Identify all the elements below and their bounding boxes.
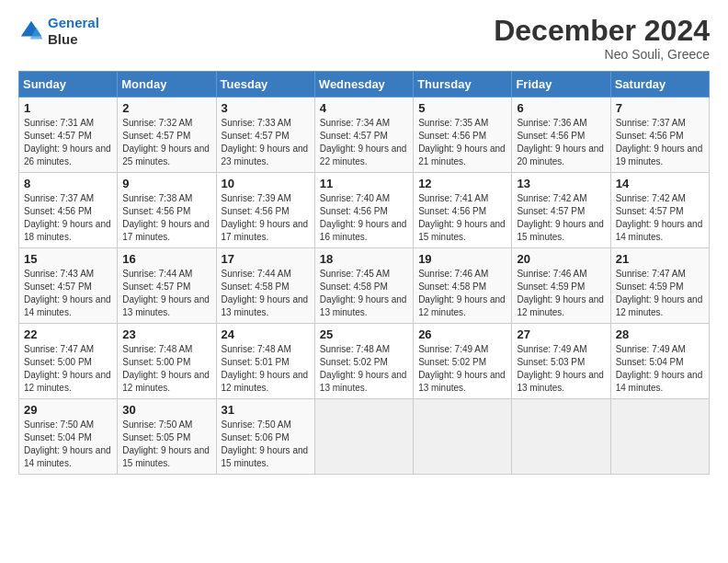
day-number: 21 bbox=[616, 252, 704, 266]
day-info: Sunrise: 7:38 AMSunset: 4:56 PMDaylight:… bbox=[122, 192, 210, 244]
day-number: 1 bbox=[24, 101, 112, 115]
day-number: 3 bbox=[222, 101, 310, 115]
day-number: 29 bbox=[24, 403, 112, 417]
day-info: Sunrise: 7:49 AMSunset: 5:04 PMDaylight:… bbox=[616, 343, 704, 395]
day-info: Sunrise: 7:46 AMSunset: 4:58 PMDaylight:… bbox=[418, 268, 506, 319]
day-info: Sunrise: 7:37 AMSunset: 4:56 PMDaylight:… bbox=[616, 117, 704, 168]
day-info: Sunrise: 7:49 AMSunset: 5:03 PMDaylight:… bbox=[517, 343, 605, 395]
day-number: 30 bbox=[122, 403, 210, 417]
day-info: Sunrise: 7:31 AMSunset: 4:57 PMDaylight:… bbox=[24, 117, 112, 168]
calendar-cell: 26Sunrise: 7:49 AMSunset: 5:02 PMDayligh… bbox=[414, 324, 512, 399]
day-info: Sunrise: 7:39 AMSunset: 4:56 PMDaylight:… bbox=[222, 192, 310, 244]
day-info: Sunrise: 7:50 AMSunset: 5:04 PMDaylight:… bbox=[24, 419, 112, 470]
col-header-sunday: Sunday bbox=[19, 72, 118, 98]
day-number: 15 bbox=[24, 252, 112, 266]
day-info: Sunrise: 7:46 AMSunset: 4:59 PMDaylight:… bbox=[517, 268, 605, 319]
day-info: Sunrise: 7:37 AMSunset: 4:56 PMDaylight:… bbox=[24, 192, 112, 244]
day-info: Sunrise: 7:50 AMSunset: 5:06 PMDaylight:… bbox=[222, 419, 310, 470]
calendar-cell bbox=[414, 399, 512, 475]
calendar-cell: 5Sunrise: 7:35 AMSunset: 4:56 PMDaylight… bbox=[414, 98, 512, 173]
calendar-cell: 27Sunrise: 7:49 AMSunset: 5:03 PMDayligh… bbox=[512, 324, 610, 399]
calendar-cell: 22Sunrise: 7:47 AMSunset: 5:00 PMDayligh… bbox=[19, 324, 118, 399]
day-info: Sunrise: 7:36 AMSunset: 4:56 PMDaylight:… bbox=[517, 117, 605, 168]
day-number: 7 bbox=[616, 101, 704, 115]
calendar-cell bbox=[314, 399, 413, 475]
day-number: 14 bbox=[616, 177, 704, 190]
day-number: 20 bbox=[517, 252, 605, 266]
day-number: 18 bbox=[320, 252, 408, 266]
day-number: 27 bbox=[517, 327, 605, 341]
col-header-wednesday: Wednesday bbox=[314, 72, 413, 98]
calendar-cell: 6Sunrise: 7:36 AMSunset: 4:56 PMDaylight… bbox=[512, 98, 610, 173]
col-header-monday: Monday bbox=[118, 72, 216, 98]
calendar-cell: 13Sunrise: 7:42 AMSunset: 4:57 PMDayligh… bbox=[512, 173, 610, 248]
calendar-cell: 30Sunrise: 7:50 AMSunset: 5:05 PMDayligh… bbox=[118, 399, 216, 475]
day-number: 17 bbox=[222, 252, 310, 266]
title-block: December 2024 Neo Souli, Greece bbox=[494, 15, 710, 62]
day-number: 25 bbox=[320, 327, 408, 341]
page-title: December 2024 bbox=[494, 15, 710, 47]
page-header: General Blue December 2024 Neo Souli, Gr… bbox=[18, 15, 710, 62]
page-subtitle: Neo Souli, Greece bbox=[494, 47, 710, 62]
day-info: Sunrise: 7:48 AMSunset: 5:00 PMDaylight:… bbox=[122, 343, 210, 395]
calendar-cell: 3Sunrise: 7:33 AMSunset: 4:57 PMDaylight… bbox=[216, 98, 314, 173]
calendar-cell: 19Sunrise: 7:46 AMSunset: 4:58 PMDayligh… bbox=[414, 248, 512, 324]
calendar-cell: 8Sunrise: 7:37 AMSunset: 4:56 PMDaylight… bbox=[19, 173, 118, 248]
day-number: 4 bbox=[320, 101, 408, 115]
calendar-cell: 2Sunrise: 7:32 AMSunset: 4:57 PMDaylight… bbox=[118, 98, 216, 173]
day-info: Sunrise: 7:47 AMSunset: 5:00 PMDaylight:… bbox=[24, 343, 112, 395]
calendar-cell: 11Sunrise: 7:40 AMSunset: 4:56 PMDayligh… bbox=[314, 173, 413, 248]
day-number: 6 bbox=[517, 101, 605, 115]
day-number: 13 bbox=[517, 177, 605, 190]
day-info: Sunrise: 7:45 AMSunset: 4:58 PMDaylight:… bbox=[320, 268, 408, 319]
day-info: Sunrise: 7:48 AMSunset: 5:01 PMDaylight:… bbox=[222, 343, 310, 395]
day-number: 8 bbox=[24, 177, 112, 190]
day-info: Sunrise: 7:33 AMSunset: 4:57 PMDaylight:… bbox=[222, 117, 310, 168]
day-info: Sunrise: 7:32 AMSunset: 4:57 PMDaylight:… bbox=[122, 117, 210, 168]
day-number: 12 bbox=[418, 177, 506, 190]
day-number: 22 bbox=[24, 327, 112, 341]
calendar-cell: 23Sunrise: 7:48 AMSunset: 5:00 PMDayligh… bbox=[118, 324, 216, 399]
logo-icon bbox=[18, 18, 44, 44]
day-info: Sunrise: 7:48 AMSunset: 5:02 PMDaylight:… bbox=[320, 343, 408, 395]
calendar-cell: 31Sunrise: 7:50 AMSunset: 5:06 PMDayligh… bbox=[216, 399, 314, 475]
calendar-cell: 15Sunrise: 7:43 AMSunset: 4:57 PMDayligh… bbox=[19, 248, 118, 324]
day-number: 19 bbox=[418, 252, 506, 266]
calendar-cell bbox=[512, 399, 610, 475]
day-number: 31 bbox=[222, 403, 310, 417]
day-info: Sunrise: 7:50 AMSunset: 5:05 PMDaylight:… bbox=[122, 419, 210, 470]
calendar-cell: 9Sunrise: 7:38 AMSunset: 4:56 PMDaylight… bbox=[118, 173, 216, 248]
calendar-table: SundayMondayTuesdayWednesdayThursdayFrid… bbox=[18, 71, 710, 475]
day-number: 16 bbox=[122, 252, 210, 266]
day-number: 24 bbox=[222, 327, 310, 341]
day-info: Sunrise: 7:44 AMSunset: 4:58 PMDaylight:… bbox=[222, 268, 310, 319]
calendar-cell: 10Sunrise: 7:39 AMSunset: 4:56 PMDayligh… bbox=[216, 173, 314, 248]
calendar-cell: 24Sunrise: 7:48 AMSunset: 5:01 PMDayligh… bbox=[216, 324, 314, 399]
day-number: 26 bbox=[418, 327, 506, 341]
calendar-cell: 18Sunrise: 7:45 AMSunset: 4:58 PMDayligh… bbox=[314, 248, 413, 324]
day-info: Sunrise: 7:35 AMSunset: 4:56 PMDaylight:… bbox=[418, 117, 506, 168]
day-info: Sunrise: 7:42 AMSunset: 4:57 PMDaylight:… bbox=[517, 192, 605, 244]
calendar-cell: 16Sunrise: 7:44 AMSunset: 4:57 PMDayligh… bbox=[118, 248, 216, 324]
calendar-cell: 17Sunrise: 7:44 AMSunset: 4:58 PMDayligh… bbox=[216, 248, 314, 324]
col-header-thursday: Thursday bbox=[414, 72, 512, 98]
day-number: 11 bbox=[320, 177, 408, 190]
calendar-cell: 20Sunrise: 7:46 AMSunset: 4:59 PMDayligh… bbox=[512, 248, 610, 324]
day-info: Sunrise: 7:44 AMSunset: 4:57 PMDaylight:… bbox=[122, 268, 210, 319]
day-info: Sunrise: 7:43 AMSunset: 4:57 PMDaylight:… bbox=[24, 268, 112, 319]
calendar-cell: 12Sunrise: 7:41 AMSunset: 4:56 PMDayligh… bbox=[414, 173, 512, 248]
calendar-cell: 4Sunrise: 7:34 AMSunset: 4:57 PMDaylight… bbox=[314, 98, 413, 173]
col-header-friday: Friday bbox=[512, 72, 610, 98]
day-number: 5 bbox=[418, 101, 506, 115]
day-info: Sunrise: 7:49 AMSunset: 5:02 PMDaylight:… bbox=[418, 343, 506, 395]
calendar-cell: 29Sunrise: 7:50 AMSunset: 5:04 PMDayligh… bbox=[19, 399, 118, 475]
calendar-cell: 28Sunrise: 7:49 AMSunset: 5:04 PMDayligh… bbox=[610, 324, 709, 399]
calendar-cell: 21Sunrise: 7:47 AMSunset: 4:59 PMDayligh… bbox=[610, 248, 709, 324]
day-number: 9 bbox=[122, 177, 210, 190]
day-info: Sunrise: 7:47 AMSunset: 4:59 PMDaylight:… bbox=[616, 268, 704, 319]
day-number: 2 bbox=[122, 101, 210, 115]
calendar-cell: 1Sunrise: 7:31 AMSunset: 4:57 PMDaylight… bbox=[19, 98, 118, 173]
day-info: Sunrise: 7:42 AMSunset: 4:57 PMDaylight:… bbox=[616, 192, 704, 244]
day-number: 10 bbox=[222, 177, 310, 190]
logo-text: General Blue bbox=[48, 15, 99, 48]
